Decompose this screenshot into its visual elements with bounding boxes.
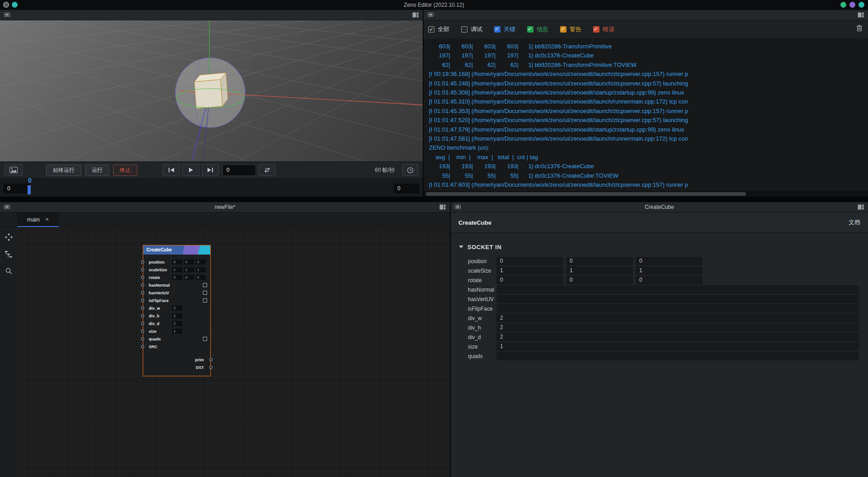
clear-log-button[interactable] — [856, 25, 863, 32]
filter-info[interactable]: 信息 — [527, 25, 548, 33]
node-param-value[interactable]: 1 — [172, 329, 182, 334]
panel-monitor-icon[interactable] — [428, 12, 434, 18]
node-param-checkbox[interactable] — [203, 298, 207, 302]
param-field[interactable] — [496, 295, 859, 303]
node-param-value[interactable]: 2 — [172, 306, 182, 311]
node-param-checkbox[interactable] — [203, 291, 207, 295]
checkbox-all[interactable] — [428, 26, 434, 33]
filter-warning[interactable]: 警告 — [560, 25, 581, 33]
checkbox-info[interactable] — [527, 26, 533, 33]
param-field[interactable] — [496, 352, 859, 360]
node-graph-canvas[interactable]: CreateCube position 0 0 0 scaleSize 1 1 — [17, 227, 450, 477]
param-field[interactable] — [496, 285, 859, 294]
output-socket[interactable] — [209, 358, 212, 361]
loop-button[interactable] — [259, 164, 276, 176]
input-socket[interactable] — [141, 322, 144, 325]
subnet-tool-icon[interactable] — [5, 233, 13, 241]
panel-layout-icon[interactable] — [858, 204, 864, 210]
param-field[interactable]: 1 — [496, 342, 859, 351]
panel-monitor-icon[interactable] — [4, 12, 10, 18]
node-param-checkbox[interactable] — [203, 337, 207, 341]
timer-button[interactable] — [402, 164, 418, 176]
docs-link[interactable]: 文档 — [849, 218, 860, 227]
input-socket[interactable] — [141, 283, 144, 287]
node-param-value[interactable]: 1 — [196, 267, 206, 272]
param-field[interactable]: 2 — [496, 314, 859, 322]
param-field[interactable]: 0 — [566, 257, 633, 265]
timeline-start-frame[interactable]: 0 — [4, 184, 29, 194]
node-param-value[interactable]: 2 — [172, 321, 182, 326]
node-param-value[interactable]: 0 — [196, 275, 206, 280]
param-field[interactable]: 0 — [496, 257, 563, 265]
node-param-value[interactable]: 2 — [172, 313, 182, 318]
timeline[interactable]: 0 0 0 — [0, 178, 423, 197]
node-param-checkbox[interactable] — [203, 283, 207, 287]
input-socket[interactable] — [141, 345, 144, 348]
param-field[interactable]: 0 — [636, 276, 703, 284]
param-field[interactable]: 0 — [566, 276, 633, 284]
checkbox-critical[interactable] — [494, 26, 500, 33]
frame-number-input[interactable] — [222, 165, 256, 176]
param-field[interactable]: 2 — [496, 323, 859, 332]
window-close-button[interactable] — [3, 2, 9, 8]
node-param-value[interactable]: 0 — [172, 275, 182, 280]
param-field[interactable]: 2 — [496, 333, 859, 341]
window-button-green[interactable] — [840, 2, 846, 8]
filter-all[interactable]: 全部 — [428, 25, 449, 33]
checkbox-debug[interactable] — [461, 26, 467, 33]
viewport-3d-scene[interactable] — [0, 20, 423, 161]
param-field[interactable]: 0 — [636, 257, 703, 265]
filter-critical[interactable]: 关键 — [494, 25, 515, 33]
node-param-value[interactable]: 1 — [172, 267, 182, 272]
checkbox-error[interactable] — [593, 26, 599, 33]
timeline-playhead[interactable] — [28, 185, 31, 194]
input-socket[interactable] — [141, 299, 144, 302]
node-header[interactable]: CreateCube — [143, 246, 210, 255]
kill-button[interactable]: 终止 — [113, 165, 137, 176]
panel-layout-icon[interactable] — [439, 204, 446, 210]
window-minimize-button[interactable] — [12, 2, 18, 8]
panel-layout-icon[interactable] — [858, 12, 864, 18]
node-param-value[interactable]: 0 — [172, 260, 182, 264]
param-field[interactable]: 1 — [496, 266, 563, 275]
param-field[interactable]: 0 — [496, 276, 563, 284]
param-field[interactable]: 1 — [636, 266, 703, 275]
window-button-teal[interactable] — [859, 2, 864, 8]
input-socket[interactable] — [141, 330, 144, 333]
input-socket[interactable] — [141, 268, 144, 271]
tab-close-icon[interactable]: × — [45, 216, 49, 223]
node-param-value[interactable]: 0 — [184, 275, 194, 280]
input-socket[interactable] — [141, 307, 144, 310]
input-socket[interactable] — [141, 337, 144, 340]
panel-layout-icon[interactable] — [412, 12, 419, 18]
input-socket[interactable] — [141, 314, 144, 317]
param-field[interactable]: 1 — [566, 266, 633, 275]
timeline-end-frame[interactable]: 0 — [394, 184, 419, 194]
snapshot-button[interactable] — [5, 164, 23, 176]
skip-to-start-button[interactable] — [163, 164, 180, 176]
skip-to-end-button[interactable] — [202, 164, 219, 176]
filter-debug[interactable]: 调试 — [461, 25, 482, 33]
node-param-value[interactable]: 0 — [184, 260, 194, 264]
node-param-value[interactable]: 1 — [184, 267, 194, 272]
tab-main[interactable]: main × — [17, 213, 59, 227]
search-icon[interactable] — [5, 268, 12, 274]
run-button[interactable]: 运行 — [85, 165, 109, 176]
socket-in-section-header[interactable]: SOCKET IN — [451, 241, 868, 253]
checkbox-warning[interactable] — [560, 26, 566, 33]
input-socket[interactable] — [141, 291, 144, 294]
input-socket[interactable] — [141, 260, 144, 264]
play-button[interactable] — [182, 164, 199, 176]
always-run-button[interactable]: 始终运行 — [46, 165, 81, 176]
node-createcube[interactable]: CreateCube position 0 0 0 scaleSize 1 1 — [143, 245, 211, 376]
tree-view-icon[interactable] — [5, 251, 12, 258]
node-param-value[interactable]: 0 — [196, 260, 206, 264]
param-label: div_h — [468, 325, 496, 331]
output-socket[interactable] — [209, 366, 212, 369]
input-socket[interactable] — [141, 276, 144, 279]
filter-error[interactable]: 错误 — [593, 25, 614, 33]
log-horizontal-scrollbar[interactable] — [424, 191, 868, 197]
scrollbar-thumb[interactable] — [426, 192, 746, 196]
param-field[interactable] — [496, 304, 859, 313]
window-button-purple[interactable] — [849, 2, 855, 8]
